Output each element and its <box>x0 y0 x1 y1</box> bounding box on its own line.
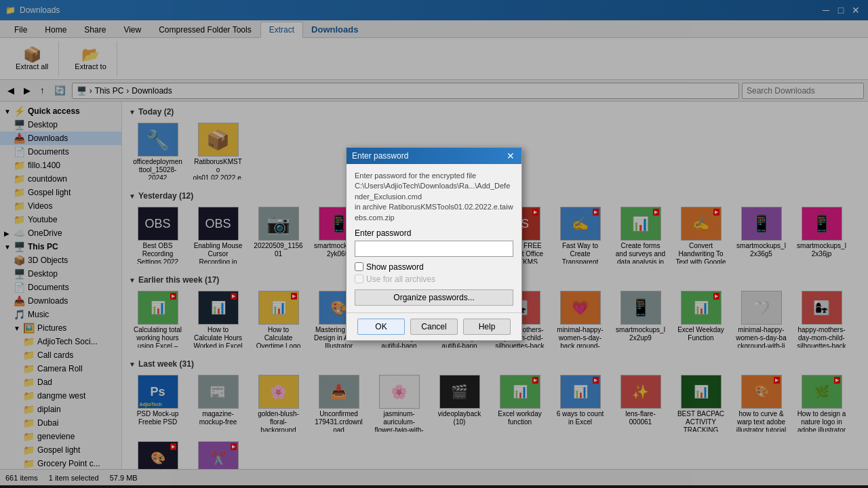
dialog-password-input[interactable] <box>355 241 513 257</box>
password-dialog: Enter password ✕ Enter password for the … <box>346 147 522 341</box>
dialog-close-button[interactable]: ✕ <box>505 150 516 161</box>
dialog-body: Enter password for the encrypted file C:… <box>347 164 521 312</box>
show-password-label: Show password <box>366 262 424 272</box>
show-password-checkbox[interactable] <box>355 262 363 271</box>
dialog-overlay: Enter password ✕ Enter password for the … <box>0 0 868 488</box>
dialog-help-button[interactable]: Help <box>463 319 511 335</box>
use-all-checkbox[interactable] <box>355 274 363 283</box>
dialog-use-all-row: Use for all archives <box>355 274 513 284</box>
dialog-info: Enter password for the encrypted file C:… <box>355 171 513 223</box>
dialog-footer: OK Cancel Help <box>347 312 521 340</box>
dialog-cancel-button[interactable]: Cancel <box>410 319 458 335</box>
dialog-password-label: Enter password <box>355 228 513 238</box>
dialog-title-bar: Enter password ✕ <box>347 148 521 164</box>
dialog-ok-button[interactable]: OK <box>357 319 405 335</box>
dialog-info-line2: C:\Users\AdjioTech\Downloads\Ra...\Add_D… <box>355 182 510 200</box>
dialog-info-line3: in archive RatiborusKMSTools01.02.2022.e… <box>355 203 513 221</box>
dialog-show-password-row: Show password <box>355 262 513 272</box>
dialog-info-line1: Enter password for the encrypted file <box>355 171 476 180</box>
organize-passwords-button[interactable]: Organize passwords... <box>355 289 513 306</box>
dialog-title: Enter password <box>352 151 408 161</box>
use-all-label: Use for all archives <box>366 274 435 284</box>
